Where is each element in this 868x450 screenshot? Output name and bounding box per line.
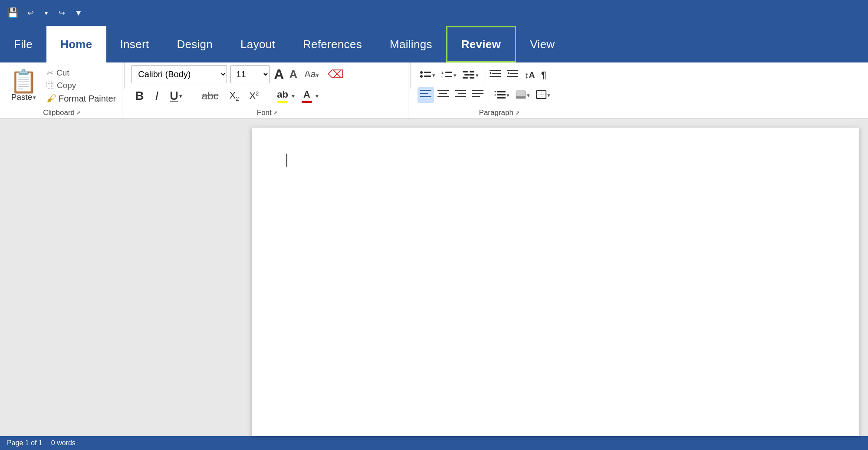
clipboard-group: 📋 Paste ▾ ✂ Cut ⿻ Copy: [2, 62, 122, 118]
svg-rect-22: [420, 90, 431, 91]
font-size-select[interactable]: 11: [230, 65, 270, 83]
italic-button[interactable]: I: [152, 88, 162, 104]
line-spacing-button[interactable]: ▾: [492, 89, 512, 102]
line-spacing-icon: [494, 90, 506, 100]
align-left-button[interactable]: [418, 87, 434, 103]
shading-button[interactable]: ▾: [513, 89, 533, 102]
unordered-list-dropdown[interactable]: ▾: [432, 72, 435, 79]
decrease-indent-button[interactable]: [487, 67, 503, 83]
align-right-button[interactable]: [452, 87, 469, 103]
clipboard-expand-icon[interactable]: ⇗: [76, 110, 81, 116]
doc-left-margin: [0, 119, 252, 436]
format-painter-button[interactable]: 🖌 Format Painter: [45, 92, 118, 105]
justify-button[interactable]: [470, 87, 486, 103]
superscript-button[interactable]: X2: [246, 89, 262, 103]
redo-button[interactable]: ↪: [56, 7, 68, 20]
svg-marker-37: [494, 91, 496, 92]
underline-button[interactable]: U ▾: [166, 89, 186, 104]
svg-rect-25: [437, 90, 449, 91]
tab-insert[interactable]: Insert: [106, 26, 163, 62]
ordered-list-dropdown[interactable]: ▾: [454, 72, 457, 79]
borders-icon: [536, 90, 546, 100]
svg-rect-7: [445, 76, 452, 77]
unordered-list-icon: [420, 70, 431, 80]
highlight-dropdown[interactable]: ▾: [292, 92, 295, 99]
document-page[interactable]: [252, 128, 859, 436]
tab-references[interactable]: References: [289, 26, 376, 62]
font-group: Calibri (Body) 11 A A Aa▾ ⌫ B I U ▾ abc: [126, 62, 408, 118]
word-count: 0 words: [51, 439, 76, 447]
save-icon[interactable]: 💾: [7, 7, 19, 19]
undo-dropdown[interactable]: ▼: [41, 8, 52, 18]
text-cursor: [286, 154, 287, 167]
highlight-text: ab: [277, 89, 288, 100]
decrease-indent-icon: [490, 69, 501, 79]
ordered-list-button[interactable]: 1. 2. ▾: [439, 69, 459, 82]
svg-rect-3: [424, 76, 431, 77]
decrease-font-button[interactable]: A: [288, 67, 298, 82]
font-color-underline: [302, 101, 312, 103]
tab-layout[interactable]: Layout: [227, 26, 289, 62]
strikethrough-button[interactable]: abc: [198, 89, 222, 103]
multilevel-list-dropdown[interactable]: ▾: [476, 72, 479, 79]
tab-view[interactable]: View: [516, 26, 569, 62]
paste-dropdown-arrow[interactable]: ▾: [33, 94, 36, 101]
undo-button[interactable]: ↩: [25, 7, 36, 20]
tab-design[interactable]: Design: [163, 26, 227, 62]
font-family-select[interactable]: Calibri (Body): [132, 65, 227, 83]
tab-file[interactable]: File: [0, 26, 46, 62]
svg-rect-15: [492, 73, 501, 74]
line-spacing-dropdown[interactable]: ▾: [506, 92, 510, 99]
font-row-1: Calibri (Body) 11 A A Aa▾ ⌫: [132, 65, 403, 83]
svg-text:1.: 1.: [441, 71, 444, 75]
svg-rect-5: [445, 72, 452, 73]
font-color-text: A: [303, 89, 310, 100]
svg-rect-8: [463, 71, 468, 72]
highlight-group: ab ▾: [274, 88, 295, 104]
tab-home[interactable]: Home: [46, 26, 106, 62]
font-color-button[interactable]: A: [299, 88, 315, 104]
borders-button[interactable]: ▾: [533, 89, 553, 102]
copy-icon: ⿻: [46, 81, 54, 90]
tab-mailings[interactable]: Mailings: [376, 26, 446, 62]
unordered-list-button[interactable]: ▾: [418, 69, 438, 82]
tab-review[interactable]: Review: [446, 26, 516, 62]
paragraph-marks-button[interactable]: ¶: [539, 68, 549, 82]
font-expand-icon[interactable]: ⇗: [273, 110, 278, 116]
clear-formatting-button[interactable]: ⌫: [325, 67, 346, 82]
paste-button[interactable]: 📋 Paste ▾: [6, 68, 41, 104]
copy-label: Copy: [57, 81, 76, 90]
svg-text:2.: 2.: [441, 75, 444, 79]
multilevel-list-icon: [463, 70, 475, 80]
clipboard-group-label: Clipboard: [43, 108, 75, 117]
svg-rect-12: [470, 74, 474, 76]
svg-rect-9: [464, 74, 470, 76]
format-painter-label: Format Painter: [59, 94, 116, 104]
shading-dropdown[interactable]: ▾: [527, 92, 530, 99]
copy-button[interactable]: ⿻ Copy: [45, 80, 118, 91]
svg-rect-35: [497, 94, 506, 95]
change-case-button[interactable]: Aa▾: [302, 68, 322, 81]
shading-icon: [516, 90, 526, 100]
para-row-1: ▾ 1. 2. ▾: [418, 65, 581, 85]
svg-rect-23: [420, 93, 428, 94]
subscript-button[interactable]: X2: [226, 89, 242, 103]
increase-font-button[interactable]: A: [273, 66, 285, 83]
svg-rect-10: [463, 77, 468, 79]
increase-indent-button[interactable]: [504, 67, 521, 83]
font-color-dropdown[interactable]: ▾: [316, 92, 319, 99]
paragraph-group: ▾ 1. 2. ▾: [412, 62, 586, 118]
borders-dropdown[interactable]: ▾: [547, 92, 550, 99]
cut-button[interactable]: ✂ Cut: [45, 67, 118, 79]
paragraph-expand-icon[interactable]: ⇗: [515, 110, 519, 116]
svg-rect-34: [497, 91, 506, 92]
bold-button[interactable]: B: [132, 88, 147, 104]
svg-rect-1: [424, 72, 431, 73]
sort-button[interactable]: ↕A: [522, 69, 537, 82]
quick-access-dropdown[interactable]: ▼: [72, 7, 85, 20]
highlight-color-button[interactable]: ab: [274, 88, 291, 104]
align-center-button[interactable]: [435, 87, 451, 103]
para-row-2: ▾ ▾ ▾: [418, 85, 581, 105]
multilevel-list-button[interactable]: ▾: [460, 69, 481, 82]
cut-icon: ✂: [46, 68, 54, 78]
